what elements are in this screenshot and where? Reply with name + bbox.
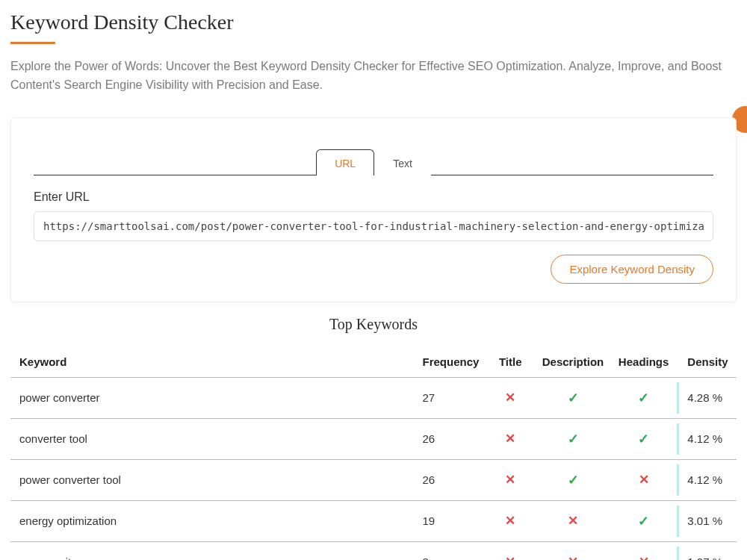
check-icon: ✓ — [568, 432, 579, 447]
table-row: power units8✕✕✕1.27 % — [10, 541, 737, 560]
cell-description: ✕ — [536, 500, 610, 541]
results-title: Top Keywords — [10, 316, 737, 333]
table-row: power converter tool26✕✓✕4.12 % — [10, 459, 737, 500]
cell-description: ✓ — [536, 418, 610, 459]
explore-button[interactable]: Explore Keyword Density — [551, 255, 713, 284]
url-label: Enter URL — [34, 190, 713, 204]
cell-title: ✕ — [485, 500, 536, 541]
cross-icon: ✕ — [639, 473, 649, 487]
col-density: Density — [677, 346, 737, 378]
cross-icon: ✕ — [568, 514, 578, 528]
check-icon: ✓ — [638, 514, 649, 529]
cell-frequency: 26 — [416, 459, 485, 500]
cell-keyword: power units — [10, 541, 416, 560]
cross-icon: ✕ — [505, 555, 515, 560]
table-row: energy optimization19✕✕✓3.01 % — [10, 500, 737, 541]
cell-frequency: 8 — [416, 541, 485, 560]
check-icon: ✓ — [568, 391, 579, 405]
cell-headings: ✓ — [610, 377, 677, 418]
cell-description: ✕ — [536, 541, 610, 560]
cell-title: ✕ — [485, 377, 536, 418]
cross-icon: ✕ — [505, 514, 515, 528]
cell-title: ✕ — [485, 418, 536, 459]
cross-icon: ✕ — [505, 432, 515, 446]
col-headings: Headings — [610, 346, 677, 378]
title-accent — [10, 42, 55, 44]
cell-density: 1.27 % — [677, 541, 737, 560]
check-icon: ✓ — [638, 432, 649, 447]
keywords-table: Keyword Frequency Title Description Head… — [10, 346, 737, 560]
cell-title: ✕ — [485, 459, 536, 500]
cell-description: ✓ — [536, 377, 610, 418]
table-row: power converter27✕✓✓4.28 % — [10, 377, 737, 418]
page-title: Keyword Density Checker — [10, 10, 737, 34]
page-subtitle: Explore the Power of Words: Uncover the … — [10, 57, 737, 95]
col-description: Description — [536, 346, 610, 378]
cell-density: 4.12 % — [677, 418, 737, 459]
table-header-row: Keyword Frequency Title Description Head… — [10, 346, 737, 378]
tabs: URL Text — [34, 149, 713, 175]
cross-icon: ✕ — [639, 555, 649, 560]
tab-url[interactable]: URL — [316, 149, 374, 175]
col-frequency: Frequency — [416, 346, 485, 378]
table-row: converter tool26✕✓✓4.12 % — [10, 418, 737, 459]
cell-title: ✕ — [485, 541, 536, 560]
cell-headings: ✕ — [610, 459, 677, 500]
url-input[interactable] — [34, 211, 713, 241]
cell-keyword: power converter tool — [10, 459, 416, 500]
cell-frequency: 26 — [416, 418, 485, 459]
cell-headings: ✓ — [610, 418, 677, 459]
col-title: Title — [485, 346, 536, 378]
check-icon: ✓ — [568, 473, 579, 488]
cell-keyword: energy optimization — [10, 500, 416, 541]
cell-density: 3.01 % — [677, 500, 737, 541]
cell-frequency: 27 — [416, 377, 485, 418]
cell-headings: ✕ — [610, 541, 677, 560]
cell-frequency: 19 — [416, 500, 485, 541]
tab-text[interactable]: Text — [374, 149, 431, 175]
check-icon: ✓ — [638, 391, 649, 405]
cell-density: 4.12 % — [677, 459, 737, 500]
cell-density: 4.28 % — [677, 377, 737, 418]
cell-headings: ✓ — [610, 500, 677, 541]
cell-keyword: converter tool — [10, 418, 416, 459]
input-card: URL Text Enter URL Explore Keyword Densi… — [10, 117, 737, 302]
cell-description: ✓ — [536, 459, 610, 500]
col-keyword: Keyword — [10, 346, 416, 378]
cross-icon: ✕ — [505, 473, 515, 487]
cross-icon: ✕ — [568, 555, 578, 560]
cell-keyword: power converter — [10, 377, 416, 418]
cross-icon: ✕ — [505, 391, 515, 405]
